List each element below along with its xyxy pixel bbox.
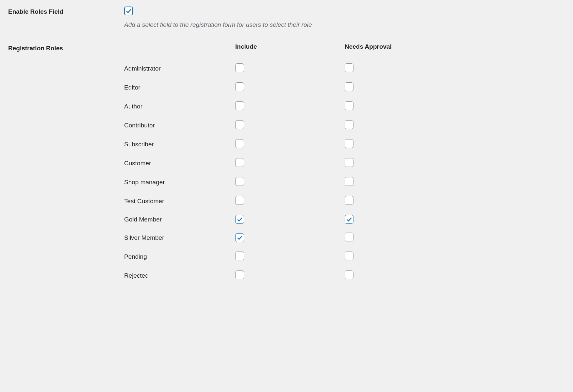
role-name: Gold Member	[124, 216, 235, 223]
check-icon	[237, 235, 243, 241]
roles-table-body: AdministratorEditorAuthorContributorSubs…	[124, 63, 565, 281]
col-header-include: Include	[235, 43, 345, 50]
role-include-checkbox[interactable]	[235, 215, 244, 224]
role-approval-col	[345, 252, 353, 262]
registration-roles-row: Registration Roles Include Needs Approva…	[8, 43, 565, 289]
enable-roles-label: Enable Roles Field	[8, 8, 63, 15]
role-include-col	[235, 63, 345, 74]
roles-table-header: Include Needs Approval	[124, 43, 565, 50]
enable-roles-description: Add a select field to the registration f…	[124, 21, 565, 28]
role-row: Administrator	[124, 63, 565, 74]
role-approval-checkbox[interactable]	[345, 101, 353, 110]
role-include-col	[235, 270, 345, 281]
role-approval-checkbox[interactable]	[345, 158, 353, 167]
enable-roles-field-col: Add a select field to the registration f…	[124, 7, 565, 28]
role-approval-col	[345, 82, 353, 92]
role-approval-checkbox[interactable]	[345, 196, 353, 205]
roles-table: Include Needs Approval AdministratorEdit…	[124, 43, 565, 281]
role-row: Pending	[124, 252, 565, 262]
role-approval-checkbox[interactable]	[345, 82, 353, 91]
role-approval-col	[345, 139, 353, 149]
role-approval-col	[345, 101, 353, 111]
role-approval-col	[345, 196, 353, 206]
enable-roles-checkbox[interactable]	[124, 7, 133, 15]
role-approval-checkbox[interactable]	[345, 139, 353, 148]
role-approval-col	[345, 63, 353, 74]
role-approval-checkbox[interactable]	[345, 63, 353, 72]
registration-roles-label-col: Registration Roles	[8, 43, 124, 52]
role-include-col	[235, 120, 345, 130]
role-row: Gold Member	[124, 215, 565, 224]
role-include-checkbox[interactable]	[235, 177, 244, 186]
role-approval-col	[345, 233, 353, 243]
role-approval-checkbox[interactable]	[345, 252, 353, 260]
role-name: Customer	[124, 160, 235, 167]
role-include-col	[235, 139, 345, 149]
role-include-checkbox[interactable]	[235, 139, 244, 148]
role-approval-checkbox[interactable]	[345, 177, 353, 186]
role-approval-col	[345, 215, 353, 224]
check-icon	[126, 8, 132, 14]
role-include-checkbox[interactable]	[235, 63, 244, 72]
role-row: Subscriber	[124, 139, 565, 149]
role-row: Editor	[124, 82, 565, 92]
role-include-checkbox[interactable]	[235, 82, 244, 91]
check-icon	[237, 217, 243, 222]
role-include-checkbox[interactable]	[235, 196, 244, 205]
role-name: Pending	[124, 253, 235, 260]
registration-roles-label: Registration Roles	[8, 45, 63, 52]
role-approval-col	[345, 270, 353, 281]
role-row: Author	[124, 101, 565, 111]
role-name: Editor	[124, 84, 235, 91]
role-include-checkbox[interactable]	[235, 233, 244, 242]
role-approval-col	[345, 158, 353, 168]
role-approval-col	[345, 120, 353, 130]
role-approval-col	[345, 177, 353, 187]
enable-roles-label-col: Enable Roles Field	[8, 7, 124, 15]
role-include-col	[235, 215, 345, 224]
role-include-col	[235, 158, 345, 168]
check-icon	[346, 217, 352, 222]
role-approval-checkbox[interactable]	[345, 215, 353, 224]
role-row: Customer	[124, 158, 565, 168]
role-name: Shop manager	[124, 179, 235, 186]
role-include-col	[235, 177, 345, 187]
role-include-checkbox[interactable]	[235, 252, 244, 260]
enable-roles-field-row: Enable Roles Field Add a select field to…	[8, 7, 565, 28]
role-name: Administrator	[124, 65, 235, 72]
role-include-col	[235, 101, 345, 111]
role-name: Contributor	[124, 122, 235, 129]
role-include-checkbox[interactable]	[235, 120, 244, 129]
role-include-col	[235, 82, 345, 92]
role-include-checkbox[interactable]	[235, 270, 244, 279]
role-name: Rejected	[124, 272, 235, 279]
role-include-col	[235, 196, 345, 206]
col-header-approval: Needs Approval	[345, 43, 392, 50]
role-approval-checkbox[interactable]	[345, 270, 353, 279]
role-name: Author	[124, 103, 235, 110]
role-include-col	[235, 252, 345, 262]
registration-roles-field-col: Include Needs Approval AdministratorEdit…	[124, 43, 565, 289]
role-row: Test Customer	[124, 196, 565, 206]
role-row: Rejected	[124, 270, 565, 281]
role-include-checkbox[interactable]	[235, 101, 244, 110]
role-include-col	[235, 233, 345, 242]
role-name: Silver Member	[124, 234, 235, 241]
role-row: Shop manager	[124, 177, 565, 187]
role-name: Test Customer	[124, 198, 235, 205]
role-row: Silver Member	[124, 233, 565, 243]
role-row: Contributor	[124, 120, 565, 130]
role-approval-checkbox[interactable]	[345, 120, 353, 129]
role-approval-checkbox[interactable]	[345, 233, 353, 241]
role-include-checkbox[interactable]	[235, 158, 244, 167]
role-name: Subscriber	[124, 141, 235, 148]
